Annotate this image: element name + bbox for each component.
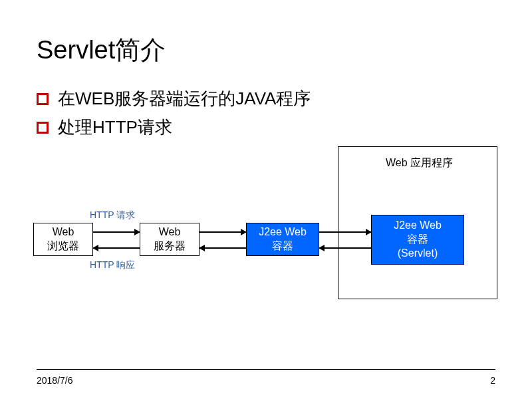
box-line: 服务器	[154, 239, 186, 253]
arrow-right	[200, 231, 246, 233]
container2-box: J2ee Web 容器 (Servlet)	[371, 215, 464, 265]
footer-divider	[37, 369, 495, 370]
bullet-icon	[37, 122, 49, 134]
box-line: Web	[53, 225, 74, 239]
box-line: (Servlet)	[398, 247, 438, 261]
bullet-item: 在WEB服务器端运行的JAVA程序	[37, 87, 495, 110]
bullet-text: 在WEB服务器端运行的JAVA程序	[58, 87, 311, 110]
box-line: J2ee Web	[259, 225, 307, 239]
box-line: 容器	[407, 233, 428, 247]
bullet-item: 处理HTTP请求	[37, 116, 495, 139]
container1-box: J2ee Web 容器	[246, 223, 319, 256]
arrow-left	[200, 247, 246, 249]
server-box: Web 服务器	[140, 223, 200, 256]
browser-box: Web 浏览器	[33, 223, 93, 256]
footer-page: 2	[490, 375, 495, 386]
arrow-left	[319, 247, 371, 249]
box-line: 容器	[272, 239, 293, 253]
footer-date: 2018/7/6	[37, 375, 73, 386]
slide: Servlet简介 在WEB服务器端运行的JAVA程序 处理HTTP请求 Web…	[0, 0, 532, 399]
http-response-label: HTTP 响应	[90, 259, 135, 271]
http-request-label: HTTP 请求	[90, 209, 135, 221]
arrow-right	[319, 231, 371, 233]
bullet-text: 处理HTTP请求	[58, 116, 172, 139]
arrow-right	[93, 231, 140, 233]
box-line: 浏览器	[47, 239, 79, 253]
web-app-label: Web 应用程序	[386, 156, 453, 170]
footer-row: 2018/7/6 2	[37, 375, 495, 386]
box-line: Web	[159, 225, 181, 239]
box-line: J2ee Web	[394, 219, 442, 233]
architecture-diagram: Web 应用程序 Web 浏览器 Web 服务器 J2ee Web 容器 J2e…	[33, 146, 499, 346]
slide-title: Servlet简介	[37, 33, 495, 67]
slide-footer: 2018/7/6 2	[0, 369, 532, 386]
bullet-icon	[37, 93, 49, 105]
bullet-list: 在WEB服务器端运行的JAVA程序 处理HTTP请求	[37, 87, 495, 139]
arrow-left	[93, 247, 140, 249]
